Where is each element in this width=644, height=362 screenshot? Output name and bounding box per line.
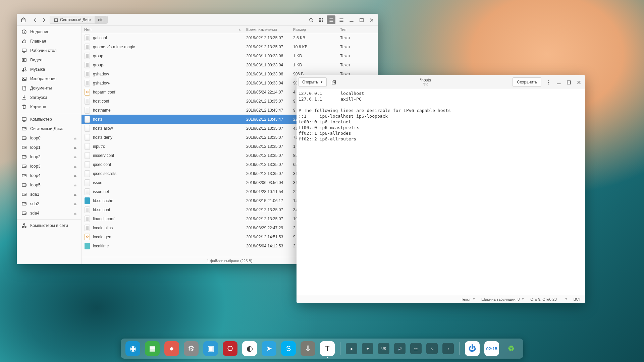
- col-type[interactable]: Тип: [337, 27, 378, 32]
- dock-power[interactable]: ⏻: [465, 341, 480, 356]
- eject-icon[interactable]: ⏏: [73, 155, 76, 159]
- sidebar-item-loop4[interactable]: loop4⏏: [17, 171, 81, 180]
- save-button[interactable]: Сохранить: [513, 77, 541, 87]
- sidebar-item-loop1[interactable]: loop1⏏: [17, 143, 81, 152]
- svg-point-11: [22, 70, 24, 71]
- tray-wifi[interactable]: ⚍: [410, 343, 422, 354]
- dock-app-screenshot[interactable]: ●: [164, 341, 179, 356]
- close-button[interactable]: [574, 78, 583, 86]
- sidebar-item-sda2[interactable]: sda2⏏: [17, 199, 81, 208]
- menu-button[interactable]: [337, 15, 345, 24]
- dock-app-software[interactable]: ▣: [203, 341, 218, 356]
- breadcrumb-seg-1[interactable]: etc: [95, 16, 107, 23]
- close-button[interactable]: [367, 15, 376, 24]
- nav-forward-button[interactable]: [40, 16, 48, 24]
- file-row[interactable]: group2019/03/11 00:33:061 KBТекст: [82, 51, 378, 60]
- eject-icon[interactable]: ⏏: [73, 183, 76, 187]
- col-size[interactable]: Размер: [290, 27, 337, 32]
- dock-app-settings[interactable]: ⚙: [184, 341, 199, 356]
- gedit-statusbar: Текст▼ Ширина табуляции: 8▼ Стр 9, Стлб …: [297, 295, 585, 303]
- nav-back-button[interactable]: [31, 16, 39, 24]
- minimize-button[interactable]: [554, 78, 563, 86]
- col-mtime[interactable]: Время изменения: [244, 27, 290, 32]
- status-cursor[interactable]: Стр 9, Стлб 23▼: [530, 297, 567, 301]
- eject-icon[interactable]: ⏏: [73, 136, 76, 140]
- sidebar-item-Изображения[interactable]: Изображения: [17, 74, 81, 83]
- tray-app1[interactable]: ●: [346, 343, 357, 354]
- fm-sidebar: НедавниеГлавнаяРабочий столВидеоМузыкаИз…: [17, 26, 82, 264]
- minimize-button[interactable]: [347, 15, 356, 24]
- svg-point-35: [25, 213, 25, 214]
- dock-trash[interactable]: ♻: [504, 341, 519, 356]
- dock-app-launcher[interactable]: ◉: [125, 341, 140, 356]
- dock-clock[interactable]: 02:15: [484, 341, 499, 356]
- eject-icon[interactable]: ⏏: [73, 174, 76, 178]
- tray-app2[interactable]: ✦: [362, 343, 373, 354]
- sidebar-item-loop3[interactable]: loop3⏏: [17, 162, 81, 171]
- breadcrumb[interactable]: Системный Диск etc: [50, 16, 108, 24]
- file-row[interactable]: gai.conf2019/02/12 13:35:072.5 KBТекст: [82, 33, 378, 42]
- search-button[interactable]: [307, 15, 315, 24]
- hamburger-button[interactable]: [544, 78, 553, 86]
- svg-rect-13: [22, 77, 26, 80]
- fm-columns-header[interactable]: Имя▴ Время изменения Размер Тип: [82, 26, 378, 33]
- dock-app-archive[interactable]: ⇩: [301, 341, 315, 356]
- maximize-button[interactable]: [357, 15, 366, 24]
- svg-rect-4: [322, 18, 323, 19]
- status-tabwidth[interactable]: Ширина табуляции: 8▼: [481, 297, 524, 301]
- breadcrumb-seg-0[interactable]: Системный Диск: [51, 16, 95, 23]
- tray-collapse[interactable]: ‹: [442, 343, 454, 354]
- sidebar-item-sda1[interactable]: sda1⏏: [17, 190, 81, 199]
- sidebar-item-Компьютер[interactable]: Компьютер: [17, 115, 81, 124]
- sidebar-item-loop5[interactable]: loop5⏏: [17, 180, 81, 190]
- tray-keyboard[interactable]: US: [378, 343, 389, 354]
- sidebar-item-Документы[interactable]: Документы: [17, 83, 81, 93]
- eject-icon[interactable]: ⏏: [73, 193, 76, 196]
- view-list-button[interactable]: [327, 15, 335, 24]
- sidebar-item-Рабочий стол[interactable]: Рабочий стол: [17, 46, 81, 55]
- eject-icon[interactable]: ⏏: [73, 165, 76, 168]
- sidebar-item-Компьютеры в сети[interactable]: Компьютеры в сети: [17, 221, 81, 230]
- sidebar-item-Главная[interactable]: Главная: [17, 37, 81, 46]
- sidebar-item-Видео[interactable]: Видео: [17, 55, 81, 65]
- svg-rect-1: [54, 19, 58, 21]
- sidebar-item-Системный Диск[interactable]: Системный Диск: [17, 124, 81, 133]
- file-row[interactable]: gnome-vfs-mime-magic2019/02/12 13:35:071…: [82, 42, 378, 51]
- file-icon: [84, 134, 90, 141]
- sidebar-item-loop2[interactable]: loop2⏏: [17, 152, 81, 162]
- tray-volume[interactable]: 🔊: [394, 343, 406, 354]
- dock-app-files[interactable]: ▤: [145, 341, 160, 356]
- eject-icon[interactable]: ⏏: [73, 212, 76, 215]
- sidebar-item-Недавние[interactable]: Недавние: [17, 27, 81, 37]
- maximize-button[interactable]: [564, 78, 573, 86]
- editor-textarea[interactable]: 127.0.0.1 localhost 127.0.1.1 axill-PC #…: [297, 89, 585, 295]
- sidebar-item-sda4[interactable]: sda4⏏: [17, 208, 81, 218]
- svg-point-17: [25, 128, 25, 129]
- gedit-title: *hosts /etc: [339, 78, 511, 86]
- file-row[interactable]: group-2019/03/11 00:33:041 KBТекст: [82, 60, 378, 69]
- eject-icon[interactable]: ⏏: [73, 202, 76, 206]
- tray-usb[interactable]: ⎋: [426, 343, 438, 354]
- new-tab-button[interactable]: [329, 78, 338, 86]
- sidebar-item-Загрузки[interactable]: Загрузки: [17, 93, 81, 102]
- sidebar-item-loop0[interactable]: loop0⏏: [17, 133, 81, 143]
- gedit-filename: *hosts: [339, 78, 511, 82]
- dock-app-opera[interactable]: O: [223, 341, 237, 356]
- col-name[interactable]: Имя▴: [82, 27, 244, 32]
- open-button[interactable]: Открыть▼: [299, 77, 327, 87]
- sidebar-item-Музыка[interactable]: Музыка: [17, 65, 81, 74]
- dock-app-skype[interactable]: S: [281, 341, 296, 356]
- dock-app-text-editor[interactable]: T: [320, 341, 335, 356]
- breadcrumb-label: Системный Диск: [60, 17, 91, 22]
- sidebar-item-Корзина[interactable]: Корзина: [17, 102, 81, 112]
- dock-app-telegram[interactable]: ➤: [262, 341, 276, 356]
- status-lang[interactable]: Текст▼: [461, 297, 475, 301]
- file-icon: [84, 215, 90, 223]
- dock-app-chrome[interactable]: ◐: [242, 341, 257, 356]
- view-grid-button[interactable]: [317, 15, 325, 24]
- svg-rect-10: [22, 59, 26, 61]
- fm-home-icon[interactable]: [19, 15, 28, 24]
- status-insert[interactable]: ВСТ: [574, 297, 581, 301]
- eject-icon[interactable]: ⏏: [73, 146, 76, 149]
- svg-point-33: [25, 203, 25, 204]
